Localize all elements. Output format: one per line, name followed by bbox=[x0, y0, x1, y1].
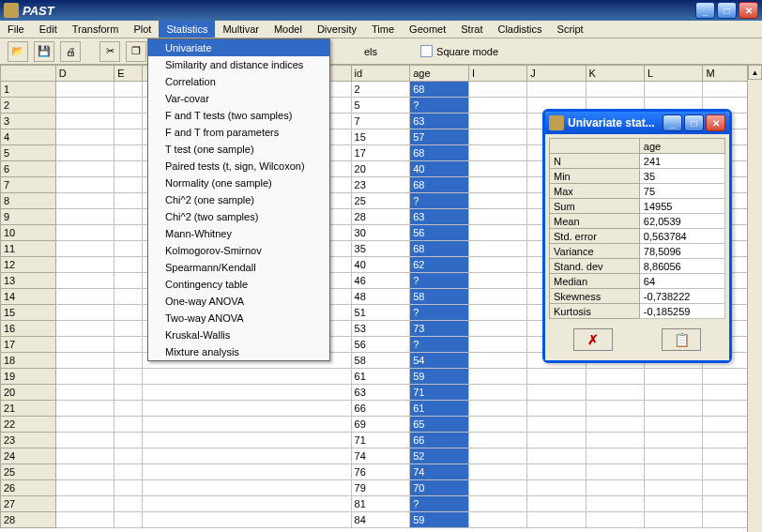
cell[interactable] bbox=[55, 257, 114, 273]
cell[interactable]: 81 bbox=[351, 496, 410, 512]
column-header[interactable]: E bbox=[114, 66, 143, 82]
cell[interactable] bbox=[468, 496, 526, 512]
cell[interactable] bbox=[527, 464, 586, 480]
row-header[interactable]: 27 bbox=[1, 496, 56, 512]
cell[interactable] bbox=[586, 369, 644, 385]
cell[interactable]: 61 bbox=[410, 401, 469, 417]
cell[interactable] bbox=[55, 480, 114, 496]
cell[interactable] bbox=[468, 385, 526, 401]
cell[interactable] bbox=[468, 337, 526, 353]
cell[interactable]: 56 bbox=[351, 337, 410, 353]
cell[interactable] bbox=[468, 433, 526, 448]
row-header[interactable]: 13 bbox=[1, 273, 56, 289]
cell[interactable] bbox=[142, 417, 351, 433]
dropdown-item[interactable]: Contingency table bbox=[148, 276, 329, 293]
cell[interactable] bbox=[468, 161, 526, 177]
cell[interactable] bbox=[55, 401, 114, 417]
row-header[interactable]: 25 bbox=[1, 464, 56, 480]
cell[interactable]: 74 bbox=[410, 464, 469, 480]
cell[interactable] bbox=[468, 257, 526, 273]
row-header[interactable]: 24 bbox=[1, 448, 56, 464]
row-header[interactable]: 23 bbox=[1, 433, 56, 448]
cell[interactable] bbox=[55, 369, 114, 385]
cell[interactable]: 46 bbox=[351, 273, 410, 289]
row-header[interactable]: 8 bbox=[1, 193, 56, 209]
cell[interactable]: 63 bbox=[351, 385, 410, 401]
cell[interactable] bbox=[55, 385, 114, 401]
cell[interactable] bbox=[114, 161, 143, 177]
cell[interactable] bbox=[586, 512, 644, 528]
cell[interactable]: 48 bbox=[351, 289, 410, 305]
cell[interactable]: 73 bbox=[410, 321, 469, 337]
cell[interactable] bbox=[645, 417, 703, 433]
cell[interactable]: 51 bbox=[351, 305, 410, 321]
cell[interactable]: ? bbox=[410, 193, 469, 209]
row-header[interactable]: 15 bbox=[1, 305, 56, 321]
cell[interactable]: 20 bbox=[351, 161, 410, 177]
column-header[interactable]: K bbox=[586, 66, 644, 82]
cell[interactable] bbox=[55, 273, 114, 289]
dropdown-item[interactable]: Normality (one sample) bbox=[148, 175, 329, 191]
row-header[interactable]: 16 bbox=[1, 321, 56, 337]
dropdown-item[interactable]: Chi^2 (two samples) bbox=[148, 208, 329, 225]
cell[interactable] bbox=[586, 401, 644, 417]
cell[interactable]: 40 bbox=[410, 161, 469, 177]
cell[interactable] bbox=[114, 464, 143, 480]
cell[interactable] bbox=[55, 289, 114, 305]
cell[interactable] bbox=[55, 129, 114, 145]
dropdown-item[interactable]: Spearmann/Kendall bbox=[148, 259, 329, 276]
cell[interactable] bbox=[142, 512, 351, 528]
stats-maximize-button[interactable]: □ bbox=[684, 114, 704, 131]
cell[interactable] bbox=[114, 257, 143, 273]
row-header[interactable]: 2 bbox=[1, 98, 56, 114]
cell[interactable]: 68 bbox=[410, 177, 469, 193]
maximize-button[interactable]: □ bbox=[717, 2, 737, 19]
cell[interactable] bbox=[527, 369, 586, 385]
cell[interactable]: 79 bbox=[351, 480, 410, 496]
dropdown-item[interactable]: T test (one sample) bbox=[148, 141, 329, 158]
row-header[interactable]: 21 bbox=[1, 401, 56, 417]
cell[interactable]: 2 bbox=[351, 82, 410, 98]
cell[interactable] bbox=[468, 353, 526, 369]
table-row[interactable]: 247452 bbox=[1, 448, 762, 464]
cell[interactable]: 54 bbox=[410, 353, 469, 369]
row-header[interactable]: 1 bbox=[1, 82, 56, 98]
cell[interactable]: 70 bbox=[410, 480, 469, 496]
cell[interactable] bbox=[55, 114, 114, 129]
cell[interactable]: 30 bbox=[351, 225, 410, 241]
cell[interactable]: 65 bbox=[410, 417, 469, 433]
cell[interactable]: 66 bbox=[410, 433, 469, 448]
table-row[interactable]: 226965 bbox=[1, 417, 762, 433]
cell[interactable] bbox=[645, 496, 703, 512]
menu-item-geomet[interactable]: Geomet bbox=[402, 21, 453, 38]
cell[interactable] bbox=[645, 401, 703, 417]
column-header[interactable]: id bbox=[351, 66, 410, 82]
stats-minimize-button[interactable]: _ bbox=[663, 114, 682, 131]
cell[interactable]: 59 bbox=[410, 369, 469, 385]
cell[interactable]: 84 bbox=[351, 512, 410, 528]
stats-window-titlebar[interactable]: Univariate stat... _ □ ✕ bbox=[545, 112, 729, 134]
cell[interactable]: 52 bbox=[410, 448, 469, 464]
cell[interactable] bbox=[468, 177, 526, 193]
cell[interactable] bbox=[142, 496, 351, 512]
cell[interactable] bbox=[55, 417, 114, 433]
dropdown-item[interactable]: Mixture analysis bbox=[148, 343, 329, 360]
table-row[interactable]: 196159 bbox=[1, 369, 762, 385]
cell[interactable] bbox=[114, 496, 143, 512]
menu-item-multivar[interactable]: Multivar bbox=[215, 21, 267, 38]
dropdown-item[interactable]: Mann-Whitney bbox=[148, 225, 329, 242]
stats-close-button[interactable]: ✕ bbox=[706, 114, 725, 131]
cell[interactable] bbox=[114, 273, 143, 289]
cell[interactable] bbox=[468, 129, 526, 145]
cell[interactable] bbox=[468, 82, 526, 98]
cell[interactable] bbox=[586, 464, 644, 480]
cell[interactable] bbox=[55, 433, 114, 448]
cell[interactable] bbox=[55, 82, 114, 98]
cell[interactable]: ? bbox=[410, 273, 469, 289]
cell[interactable]: 74 bbox=[351, 448, 410, 464]
cell[interactable] bbox=[468, 305, 526, 321]
cell[interactable] bbox=[527, 417, 586, 433]
cell[interactable] bbox=[55, 225, 114, 241]
cell[interactable] bbox=[527, 401, 586, 417]
vertical-scrollbar[interactable]: ▲ bbox=[747, 65, 762, 532]
